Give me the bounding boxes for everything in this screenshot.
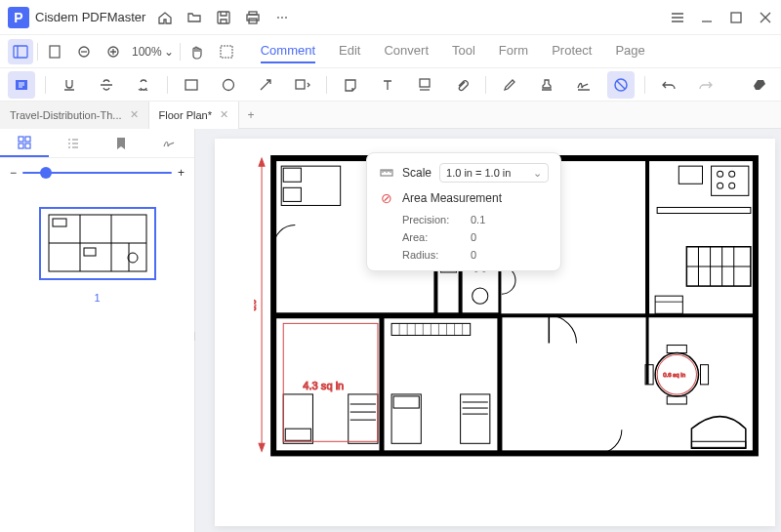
- signature-button[interactable]: [570, 71, 597, 99]
- svg-rect-59: [283, 394, 312, 443]
- menu-tabs: Comment Edit Convert Tool Form Protect P…: [261, 39, 645, 63]
- separator: [167, 76, 168, 94]
- hamburger-icon[interactable]: [670, 10, 685, 25]
- arrow-button[interactable]: [252, 71, 279, 99]
- attachment-button[interactable]: [448, 71, 475, 99]
- scale-dropdown[interactable]: 1.0 in = 1.0 in: [439, 163, 549, 183]
- redo-button[interactable]: [692, 71, 719, 99]
- hand-tool-button[interactable]: [185, 39, 210, 64]
- svg-rect-61: [349, 394, 378, 443]
- measure-button[interactable]: [607, 71, 635, 99]
- zoom-out-button[interactable]: [71, 39, 97, 64]
- separator: [37, 43, 38, 61]
- svg-rect-65: [391, 394, 421, 443]
- more-icon[interactable]: ⋯: [274, 10, 290, 25]
- menu-edit[interactable]: Edit: [339, 39, 360, 63]
- svg-rect-16: [19, 137, 23, 142]
- app-title: Cisdem PDFMaster: [35, 10, 145, 24]
- select-tool-button[interactable]: [214, 39, 239, 64]
- bookmarks-tab[interactable]: [98, 129, 146, 157]
- slider-plus-icon[interactable]: +: [178, 166, 185, 180]
- slider-track[interactable]: [22, 172, 172, 174]
- separator: [326, 76, 327, 94]
- thumbnail-sidebar: − + 1 ||: [0, 129, 195, 532]
- stamp-button[interactable]: [533, 71, 560, 99]
- menu-form[interactable]: Form: [499, 39, 528, 63]
- area-label: Area:: [402, 231, 471, 243]
- squiggly-button[interactable]: [130, 71, 157, 99]
- thumbnail-size-slider[interactable]: − +: [0, 158, 194, 187]
- svg-rect-5: [14, 46, 27, 58]
- svg-rect-13: [296, 80, 305, 89]
- open-icon[interactable]: [186, 10, 202, 25]
- save-icon[interactable]: [216, 10, 231, 25]
- svg-rect-86: [691, 441, 745, 447]
- home-icon[interactable]: [157, 10, 173, 25]
- print-icon[interactable]: [245, 10, 261, 25]
- workspace: − + 1 ||: [0, 129, 781, 532]
- title-bar: P Cisdem PDFMaster ⋯: [0, 0, 781, 35]
- svg-rect-0: [218, 12, 229, 23]
- radius-value: 0: [471, 249, 549, 261]
- note-button[interactable]: [337, 71, 364, 99]
- pencil-button[interactable]: [496, 71, 523, 99]
- shape-dropdown-button[interactable]: [289, 71, 316, 99]
- minimize-icon[interactable]: [699, 10, 715, 25]
- highlight-button[interactable]: [8, 71, 35, 99]
- area-value: 4.3 sq in: [303, 380, 344, 391]
- outline-tab[interactable]: [49, 129, 98, 157]
- measurement-title: Area Measurement: [402, 191, 502, 205]
- undo-button[interactable]: [655, 71, 682, 99]
- maximize-icon[interactable]: [728, 10, 744, 25]
- callout-button[interactable]: [411, 71, 438, 99]
- tab-close-icon[interactable]: ✕: [130, 108, 139, 121]
- rectangle-button[interactable]: [178, 71, 205, 99]
- circle-button[interactable]: [215, 71, 242, 99]
- scale-label: Scale: [402, 166, 432, 180]
- svg-rect-21: [53, 219, 66, 226]
- menu-page[interactable]: Page: [615, 39, 644, 63]
- zoom-dropdown[interactable]: 100% ⌄: [130, 45, 176, 59]
- svg-rect-22: [84, 248, 96, 256]
- svg-marker-92: [259, 158, 265, 166]
- signatures-tab[interactable]: [145, 129, 194, 157]
- svg-rect-60: [285, 429, 310, 440]
- svg-rect-11: [185, 80, 197, 90]
- document-tab[interactable]: Floor Plan* ✕: [149, 102, 239, 129]
- add-tab-button[interactable]: +: [239, 108, 263, 122]
- svg-rect-19: [25, 143, 30, 148]
- thumbnail-page-number: 1: [94, 292, 100, 304]
- menu-protect[interactable]: Protect: [552, 39, 592, 63]
- svg-rect-85: [700, 365, 708, 385]
- slider-thumb[interactable]: [40, 167, 52, 179]
- thumbnails-tab[interactable]: [0, 129, 49, 157]
- eraser-button[interactable]: [746, 71, 773, 99]
- svg-rect-51: [657, 207, 751, 213]
- svg-rect-17: [25, 137, 30, 142]
- menu-convert[interactable]: Convert: [384, 39, 429, 63]
- document-canvas[interactable]: 8.6 4.3 sq in 0.6 sq in Scale 1.0 in = 1…: [195, 129, 781, 532]
- single-page-button[interactable]: [42, 39, 67, 64]
- tab-close-icon[interactable]: ✕: [220, 108, 228, 121]
- svg-point-47: [718, 171, 723, 177]
- area-value: 0: [471, 231, 549, 243]
- menu-tool[interactable]: Tool: [452, 39, 475, 63]
- svg-rect-38: [283, 187, 301, 201]
- measurement-values: Precision: 0.1 Area: 0 Radius: 0: [402, 214, 549, 261]
- sidebar-toggle-button[interactable]: [8, 39, 33, 64]
- document-tab[interactable]: Travel-Distribution-Th... ✕: [0, 102, 149, 129]
- precision-value: 0.1: [471, 214, 549, 225]
- zoom-in-button[interactable]: [101, 39, 126, 64]
- close-icon[interactable]: [758, 10, 773, 25]
- separator: [485, 76, 486, 94]
- page-thumbnail[interactable]: [39, 207, 156, 280]
- measurement-popup: Scale 1.0 in = 1.0 in ⊘ Area Measurement…: [366, 152, 561, 271]
- document-tab-bar: Travel-Distribution-Th... ✕ Floor Plan* …: [0, 102, 781, 129]
- thumbnail-list: 1: [0, 187, 194, 532]
- svg-rect-46: [712, 166, 749, 195]
- text-button[interactable]: [374, 71, 401, 99]
- underline-button[interactable]: [56, 71, 83, 99]
- slider-minus-icon[interactable]: −: [10, 166, 17, 180]
- menu-comment[interactable]: Comment: [261, 39, 315, 63]
- strikethrough-button[interactable]: [93, 71, 120, 99]
